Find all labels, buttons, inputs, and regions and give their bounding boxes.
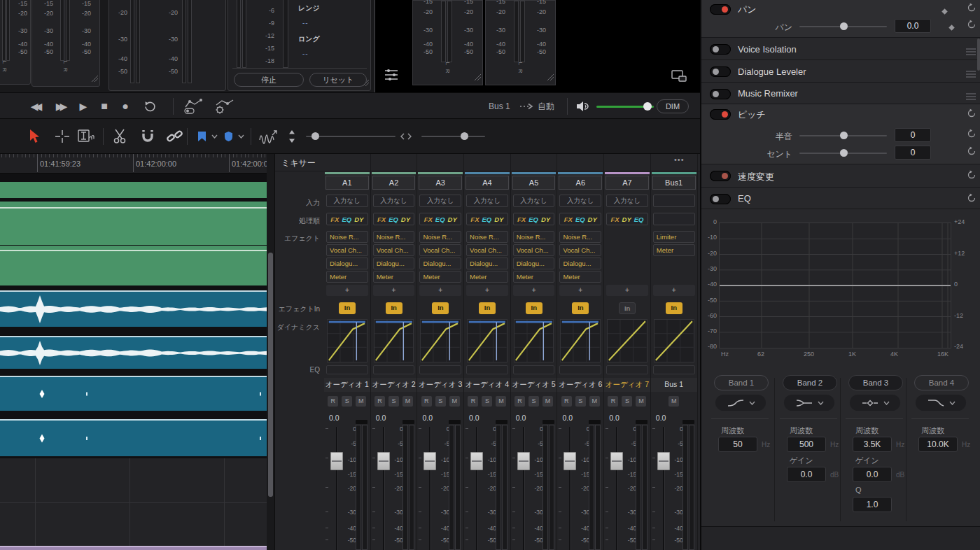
speed-change-toggle[interactable] xyxy=(710,171,731,181)
effect-slot[interactable]: Meter xyxy=(419,271,461,283)
channel-fader[interactable]: 0.00-5-10-15-20-30-40-50 xyxy=(324,413,370,550)
resize-grip-icon[interactable] xyxy=(90,73,99,85)
channel-id[interactable]: A1 xyxy=(326,176,369,190)
dynamics-graph[interactable] xyxy=(420,319,461,362)
reset-icon[interactable] xyxy=(967,146,976,159)
channel-input-select[interactable]: 入力なし xyxy=(513,195,555,207)
vertical-zoom-handle[interactable] xyxy=(312,132,319,140)
empty-track-area[interactable] xyxy=(0,458,267,546)
fader-value[interactable]: 0.0 xyxy=(422,414,433,422)
mixer-channel-Bus1[interactable]: Bus1LimiterMeter+InBus 1M0.00-5-10-15-20… xyxy=(651,154,698,550)
rsm-button-s[interactable]: S xyxy=(388,396,399,407)
rsm-button-r[interactable]: R xyxy=(421,396,432,407)
effects-in-button[interactable]: In xyxy=(339,302,356,314)
reset-icon[interactable] xyxy=(967,170,976,183)
eq-mini-graph[interactable] xyxy=(326,365,368,374)
timecode-ruler[interactable]: 01:41:59:2301:42:00:0001:42:00:0 xyxy=(0,154,267,174)
fader-track[interactable] xyxy=(616,427,618,550)
rsm-button-m[interactable]: M xyxy=(542,396,553,407)
menu-icon[interactable] xyxy=(966,90,976,103)
chevron-down-icon[interactable] xyxy=(236,119,246,154)
viewer-meter-panel[interactable]: -15-20-30-40-50 -15-20-30-40-50 L R xyxy=(485,0,556,85)
dim-button[interactable]: DIM xyxy=(657,99,689,113)
dynamics-graph[interactable] xyxy=(514,319,554,362)
fader-handle[interactable] xyxy=(610,452,623,470)
pan-value[interactable]: 0.0 xyxy=(895,19,931,33)
mixer-channel-A7[interactable]: A7入力なしFXDYEQ+Inオーディオ 7RSM0.00-5-10-15-20… xyxy=(604,154,651,550)
meter-window-c[interactable]: -20-30-40-50 -20-30-40-50 xyxy=(108,0,226,91)
channel-process-order[interactable] xyxy=(653,213,695,225)
effect-slot[interactable]: Limiter xyxy=(653,231,695,243)
fader-value[interactable]: 0.0 xyxy=(516,414,526,422)
effect-slot[interactable]: Noise R... xyxy=(326,231,368,243)
track-name[interactable]: オーディオ 4 xyxy=(464,378,510,392)
q-value[interactable]: 1.0 xyxy=(853,497,892,512)
pitch-toggle[interactable] xyxy=(710,109,731,120)
track-name[interactable]: オーディオ 1 xyxy=(324,378,370,392)
dynamics-graph[interactable] xyxy=(654,319,694,362)
channel-id[interactable]: Bus1 xyxy=(652,176,696,190)
fader-value[interactable]: 0.0 xyxy=(376,414,386,422)
effect-slot[interactable]: Dialogu... xyxy=(326,258,368,269)
effect-slot[interactable]: Meter xyxy=(326,271,368,283)
add-effect-button[interactable]: + xyxy=(419,285,461,296)
rsm-button-m[interactable]: M xyxy=(402,396,413,407)
effects-in-button[interactable]: In xyxy=(386,302,402,314)
link-icon[interactable] xyxy=(165,119,185,154)
voice-isolation-toggle[interactable] xyxy=(710,44,731,55)
mixer-channel-A3[interactable]: A3入力なしFXEQDYNoise R...Vocal Ch...Dialogu… xyxy=(417,154,464,550)
gain-value[interactable]: 0.0 xyxy=(853,467,892,482)
fader-handle[interactable] xyxy=(517,452,530,470)
rsm-button-m[interactable]: M xyxy=(668,396,679,407)
marker-flag-icon[interactable] xyxy=(196,119,207,154)
channel-id[interactable]: A3 xyxy=(419,176,462,190)
fader-track[interactable] xyxy=(663,427,665,550)
loudness-reset-button[interactable]: リセット xyxy=(309,73,367,87)
inspector-scrollbar-thumb[interactable] xyxy=(977,38,980,71)
band-filter-shape-select[interactable] xyxy=(784,395,834,411)
effects-in-button[interactable]: In xyxy=(432,302,449,314)
fast-forward-icon[interactable]: ▶▶ xyxy=(49,93,70,120)
dynamics-graph[interactable] xyxy=(374,319,414,362)
rsm-button-m[interactable]: M xyxy=(449,396,460,407)
channel-fader[interactable]: 0.00-5-10-15-20-30-40-50 xyxy=(371,413,417,550)
channel-id[interactable]: A4 xyxy=(465,176,509,190)
add-effect-button[interactable]: + xyxy=(513,285,555,296)
automation-toggle-icon[interactable] xyxy=(181,93,206,120)
effect-slot[interactable]: Vocal Ch... xyxy=(513,244,555,256)
add-effect-button[interactable]: + xyxy=(326,285,368,296)
effect-slot[interactable]: Meter xyxy=(513,271,555,283)
reset-icon[interactable] xyxy=(967,193,976,206)
channel-process-order[interactable]: FXEQDY xyxy=(373,213,415,225)
timeline-scrollbar[interactable] xyxy=(267,154,274,550)
effect-slot[interactable]: Vocal Ch... xyxy=(559,244,601,256)
effect-slot[interactable]: Noise R... xyxy=(419,231,461,243)
fader-track[interactable] xyxy=(336,427,338,550)
monitor-auto-label[interactable]: 自動 xyxy=(538,93,554,120)
effect-slot[interactable]: Dialogu... xyxy=(513,258,555,269)
fader-track[interactable] xyxy=(569,427,571,550)
band-4-button[interactable]: Band 4 xyxy=(914,375,969,390)
effect-slot[interactable]: Meter xyxy=(373,271,415,283)
add-effect-button[interactable]: + xyxy=(606,285,648,296)
channel-process-order[interactable]: FXEQDY xyxy=(466,213,508,225)
timeline[interactable]: 01:41:59:2301:42:00:0001:42:00:0 xyxy=(0,154,267,550)
fader-track[interactable] xyxy=(429,427,431,550)
pan-slider-handle[interactable] xyxy=(840,22,848,30)
selection-arrow-icon[interactable] xyxy=(25,119,42,154)
effect-slot[interactable]: Vocal Ch... xyxy=(466,244,508,256)
fader-handle[interactable] xyxy=(470,452,483,470)
channel-input-select[interactable]: 入力なし xyxy=(606,195,648,207)
rsm-button-s[interactable]: S xyxy=(528,396,539,407)
channel-process-order[interactable]: FXEQDY xyxy=(419,213,461,225)
scissors-icon[interactable] xyxy=(111,119,129,154)
channel-input-select[interactable] xyxy=(653,195,695,207)
effect-slot[interactable]: Noise R... xyxy=(466,231,508,243)
eq-mini-graph[interactable] xyxy=(373,365,415,374)
reset-icon[interactable] xyxy=(967,129,976,141)
effect-slot[interactable]: Vocal Ch... xyxy=(373,244,415,256)
channel-process-order[interactable]: FXEQDY xyxy=(513,213,555,225)
meter-window-b[interactable]: -15-20-30-40-50 -15-20-30-40-50 L R xyxy=(31,0,100,87)
effect-slot[interactable]: Dialogu... xyxy=(559,258,601,269)
cents-slider-handle[interactable] xyxy=(840,149,848,157)
